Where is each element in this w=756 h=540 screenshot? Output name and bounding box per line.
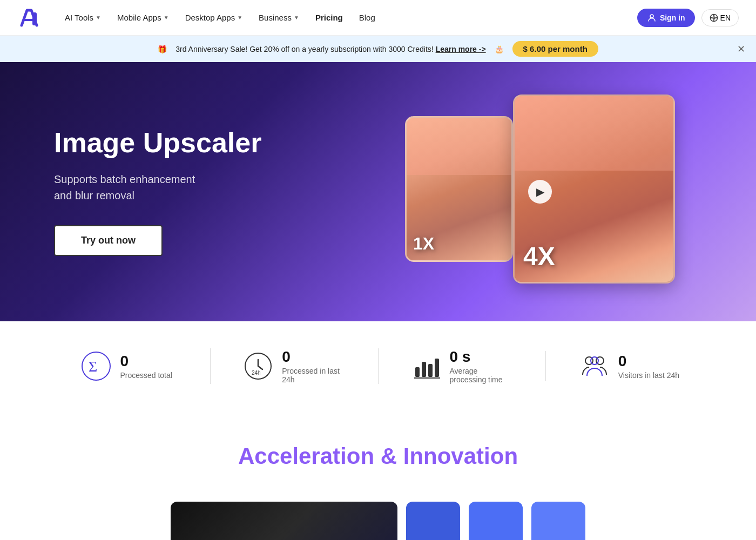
stat-visitors: 0 Visitors in last 24h <box>545 351 713 381</box>
nav-desktop-apps[interactable]: Desktop Apps ▼ <box>179 9 249 26</box>
stat-label-total: Processed total <box>120 371 172 380</box>
sigma-icon: Σ <box>81 351 111 381</box>
gift-emoji: 🎁 <box>158 45 167 53</box>
image-comparison-container: 1X ▶ 4X <box>405 94 675 289</box>
hero-image-comparison: 1X ▶ 4X <box>378 94 702 289</box>
stat-processing-time: 0 s Average processing time <box>378 348 545 384</box>
svg-rect-10 <box>428 364 433 377</box>
users-icon <box>579 351 610 381</box>
logo[interactable] <box>17 6 41 30</box>
announcement-banner: 🎁 3rd Anniversary Sale! Get 20% off on a… <box>0 36 756 62</box>
chevron-down-icon: ▼ <box>96 15 101 21</box>
user-icon <box>647 13 657 23</box>
feature-card-3[interactable] <box>531 502 585 540</box>
stat-number-total: 0 <box>120 353 172 370</box>
navbar: AI Tools ▼ Mobile Apps ▼ Desktop Apps ▼ … <box>0 0 756 36</box>
chevron-down-icon: ▼ <box>294 15 299 21</box>
clock-24h-icon: 24h <box>243 351 273 381</box>
acceleration-title: Acceleration & Innovation <box>43 443 713 469</box>
svg-rect-11 <box>435 359 439 377</box>
svg-point-15 <box>591 357 598 364</box>
stat-content-visitors: 0 Visitors in last 24h <box>618 353 679 380</box>
acceleration-section: Acceleration & Innovation <box>0 411 756 491</box>
svg-rect-9 <box>422 362 426 377</box>
stat-label-visitors: Visitors in last 24h <box>618 371 679 380</box>
after-label: 4X <box>523 241 555 271</box>
feature-card-1[interactable] <box>406 502 460 540</box>
chevron-down-icon: ▼ <box>237 15 242 21</box>
banner-text: 3rd Anniversary Sale! Get 20% off on a y… <box>176 45 485 53</box>
stat-number-24h: 0 <box>282 348 345 366</box>
close-icon[interactable]: ✕ <box>737 43 745 55</box>
stat-label-time: Average processing time <box>450 367 513 384</box>
svg-rect-1 <box>32 12 37 25</box>
stat-label-24h: Processed in last 24h <box>282 367 345 384</box>
banner-price[interactable]: $ 6.00 per month <box>512 41 598 57</box>
stat-processed-total: Σ 0 Processed total <box>43 351 210 381</box>
svg-text:Σ: Σ <box>89 358 97 375</box>
svg-rect-8 <box>415 367 420 377</box>
nav-blog[interactable]: Blog <box>353 9 382 26</box>
stats-section: Σ 0 Processed total 24h 0 Processed in l… <box>0 321 756 411</box>
nav-right: Sign in EN <box>637 9 739 27</box>
svg-point-2 <box>650 15 653 18</box>
hero-title: Image Upscaler <box>54 127 378 158</box>
before-image: 1X <box>405 116 513 262</box>
main-feature-card[interactable] <box>171 502 397 540</box>
hero-content: Image Upscaler Supports batch enhancemen… <box>54 127 378 256</box>
before-label: 1X <box>413 234 434 254</box>
language-button[interactable]: EN <box>701 9 739 26</box>
stat-content-24h: 0 Processed in last 24h <box>282 348 345 384</box>
hero-subtitle: Supports batch enhancementand blur remov… <box>54 171 378 204</box>
cards-section <box>0 491 756 540</box>
stat-number-time: 0 s <box>450 348 513 366</box>
banner-link[interactable]: Learn more -> <box>436 45 486 53</box>
feature-card-2[interactable] <box>469 502 523 540</box>
nav-pricing[interactable]: Pricing <box>309 9 349 26</box>
accent-title: Innovation <box>403 443 518 469</box>
comparison-arrow: ▶ <box>528 180 552 204</box>
svg-text:24h: 24h <box>252 370 261 376</box>
stat-processed-24h: 24h 0 Processed in last 24h <box>210 348 377 384</box>
chevron-down-icon: ▼ <box>164 15 169 21</box>
signin-button[interactable]: Sign in <box>637 9 695 27</box>
nav-links: AI Tools ▼ Mobile Apps ▼ Desktop Apps ▼ … <box>58 9 637 26</box>
stat-content-total: 0 Processed total <box>120 353 172 380</box>
cake-emoji: 🎂 <box>495 45 504 53</box>
svg-point-3 <box>710 14 717 21</box>
stat-number-visitors: 0 <box>618 353 679 370</box>
hero-section: Image Upscaler Supports batch enhancemen… <box>0 62 756 321</box>
nav-mobile-apps[interactable]: Mobile Apps ▼ <box>111 9 176 26</box>
try-out-button[interactable]: Try out now <box>54 225 163 256</box>
globe-icon <box>710 14 718 22</box>
chart-bar-icon <box>411 351 441 381</box>
stat-content-time: 0 s Average processing time <box>450 348 513 384</box>
nav-business[interactable]: Business ▼ <box>252 9 306 26</box>
nav-ai-tools[interactable]: AI Tools ▼ <box>58 9 107 26</box>
